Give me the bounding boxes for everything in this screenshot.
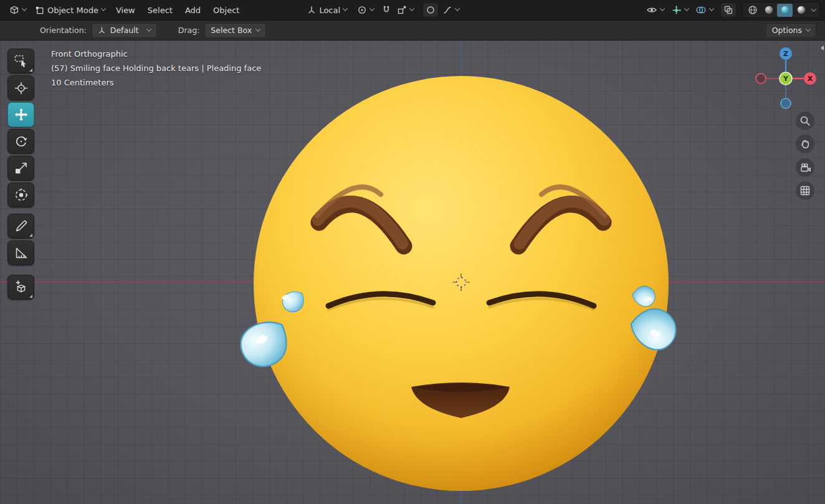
viewport-header: Object Mode View Select Add Object Local [0, 0, 825, 20]
cursor-icon [14, 80, 29, 95]
shading-material-icon [780, 5, 790, 15]
pan-button[interactable] [796, 135, 814, 153]
chevron-down-icon [709, 6, 714, 11]
zoom-icon [799, 115, 811, 126]
overlays-icon [695, 5, 707, 15]
tool-add-cube[interactable] [7, 275, 34, 300]
menu-add[interactable]: Add [179, 2, 207, 18]
move-icon [14, 107, 29, 122]
toggle-perspective-button[interactable] [796, 181, 814, 200]
menu-select[interactable]: Select [141, 2, 179, 18]
tool-measure[interactable] [7, 240, 34, 265]
viewport-canvas[interactable]: Front Orthographic (57) Smiling face Hol… [0, 40, 825, 504]
xray-toggle[interactable] [720, 2, 737, 17]
measure-icon [14, 245, 29, 260]
chevron-down-icon [101, 6, 106, 11]
snap-target-icon [397, 5, 407, 15]
drag-label: Drag: [178, 26, 200, 35]
overlays-dropdown[interactable] [693, 2, 716, 18]
proportional-falloff-dropdown[interactable] [440, 2, 462, 18]
scale-icon [14, 161, 29, 176]
snap-target-dropdown[interactable] [394, 2, 416, 18]
object-visibility-dropdown[interactable] [644, 2, 667, 18]
chevron-down-icon [343, 6, 348, 11]
header-center-group: Local [303, 2, 462, 18]
object-mode-dropdown[interactable]: Object Mode [31, 2, 110, 18]
transform-icon [14, 188, 29, 202]
header-left-group: Object Mode View Select Add Object [5, 2, 246, 18]
tool-annotate[interactable] [7, 214, 34, 239]
proportional-editing-toggle[interactable] [422, 2, 439, 17]
chevron-down-icon [409, 6, 414, 11]
gizmos-icon [671, 5, 682, 16]
gizmo-axis-z-neg[interactable] [781, 98, 791, 108]
gizmos-dropdown[interactable] [669, 2, 691, 18]
options-dropdown[interactable]: Options [766, 23, 816, 38]
shading-solid-icon [764, 5, 774, 15]
sidebar-toggle-arrow[interactable] [821, 45, 824, 50]
shading-wireframe-button[interactable] [745, 4, 760, 17]
transform-orientation-icon [307, 6, 316, 14]
editor-type-icon [9, 5, 19, 15]
chevron-down-icon[interactable] [811, 6, 816, 11]
shading-wireframe-icon [748, 5, 758, 15]
add-cube-icon [14, 280, 29, 295]
camera-view-button[interactable] [796, 158, 814, 177]
visibility-eye-icon [646, 5, 657, 15]
tool-transform[interactable] [7, 183, 34, 207]
toolbar [7, 49, 34, 300]
chevron-down-icon [146, 26, 151, 31]
orientation-dropdown[interactable]: Default [92, 23, 157, 38]
transform-orientation-dropdown[interactable]: Local [303, 2, 351, 18]
camera-view-icon [799, 162, 811, 173]
xray-icon [723, 5, 733, 15]
editor-type-button[interactable] [5, 2, 31, 18]
drag-dropdown[interactable]: Select Box [204, 23, 266, 38]
toggle-grid-icon [799, 185, 811, 196]
chevron-down-icon [370, 6, 374, 11]
pan-hand-icon [799, 138, 811, 150]
shading-solid-button[interactable] [761, 4, 776, 17]
select-box-icon [14, 54, 29, 69]
object-mode-label: Object Mode [47, 6, 98, 15]
snap-magnet-icon [381, 5, 391, 15]
chevron-down-icon [255, 26, 260, 31]
chevron-down-icon [684, 6, 689, 11]
chevron-down-icon [455, 6, 460, 11]
chevron-down-icon [806, 26, 811, 31]
snap-toggle-button[interactable] [379, 2, 393, 18]
rotate-icon [14, 134, 29, 149]
annotate-icon [14, 219, 29, 234]
shading-material-button[interactable] [777, 4, 793, 17]
pivot-point-dropdown[interactable] [353, 2, 378, 18]
zoom-button[interactable] [796, 112, 814, 130]
transform-orientation-label: Local [319, 6, 340, 15]
gizmo-axis-x-neg[interactable] [756, 74, 766, 83]
shading-rendered-icon [796, 5, 806, 15]
viewport-shading-group [742, 2, 820, 18]
chevron-down-icon [660, 6, 665, 11]
proportional-falloff-icon [442, 5, 452, 15]
tool-move[interactable] [7, 102, 34, 127]
orientation-axis-icon [98, 26, 106, 34]
menu-object[interactable]: Object [207, 2, 246, 18]
proportional-editing-icon [426, 5, 436, 15]
blender-window: Object Mode View Select Add Object Local [0, 0, 825, 504]
options-label: Options [772, 26, 802, 35]
gizmo-z-label: Z [783, 50, 788, 58]
navigation-gizmo[interactable]: Z X Y [753, 46, 820, 112]
chevron-down-icon [22, 6, 27, 11]
header-right-group [644, 2, 820, 18]
emoji-object[interactable] [234, 76, 684, 491]
pivot-point-icon [357, 5, 367, 15]
tool-rotate[interactable] [7, 129, 34, 154]
scene-svg [0, 40, 825, 504]
tool-settings-bar: Orientation: Default Drag: Select Box Op… [0, 20, 825, 40]
tool-select-box[interactable] [7, 49, 34, 74]
tool-scale[interactable] [7, 156, 34, 181]
shading-rendered-button[interactable] [793, 4, 809, 17]
header-menus: View Select Add Object [110, 2, 246, 18]
orientation-label: Orientation: [40, 26, 87, 35]
tool-cursor[interactable] [7, 75, 34, 100]
menu-view[interactable]: View [110, 2, 141, 18]
